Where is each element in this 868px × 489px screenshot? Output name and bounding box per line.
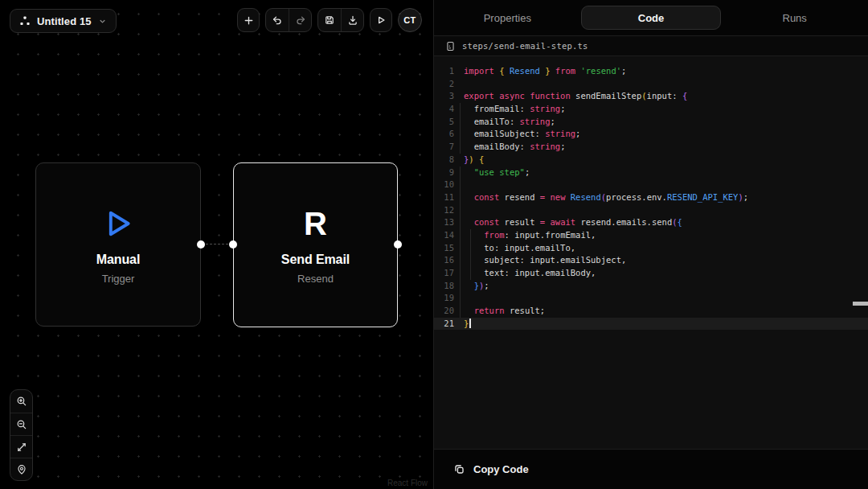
code-line[interactable]: 6 emailSubject: string; (434, 128, 868, 141)
resend-logo-icon: R (304, 205, 327, 242)
line-content: emailTo: string; (460, 116, 868, 129)
line-content: from: input.fromEmail, (460, 229, 868, 242)
edge-manual-to-send-email[interactable] (206, 244, 228, 244)
code-line[interactable]: 17 text: input.emailBody, (434, 267, 868, 280)
panel-tabs: Properties Code Runs (434, 0, 868, 35)
code-line[interactable]: 20 return result; (434, 305, 868, 318)
redo-icon (295, 14, 306, 26)
line-number: 15 (434, 242, 460, 255)
line-content: export async function sendEmailStep(inpu… (460, 90, 868, 103)
copy-code-label: Copy Code (473, 463, 529, 475)
line-number: 17 (434, 267, 460, 280)
handle-send-email-source[interactable] (394, 240, 402, 249)
node-manual-trigger[interactable]: Manual Trigger (35, 162, 201, 327)
user-avatar[interactable]: CT (398, 8, 422, 32)
indent-guide (460, 103, 461, 116)
code-line[interactable]: 12 (434, 204, 868, 217)
code-line[interactable]: 21} (434, 318, 868, 331)
indent-guide (460, 141, 461, 154)
line-number: 12 (434, 204, 460, 217)
indent-guide (470, 242, 471, 255)
tab-properties[interactable]: Properties (437, 6, 578, 30)
indent-guide (460, 116, 461, 129)
line-number: 11 (434, 191, 460, 204)
copy-icon (453, 463, 465, 475)
line-content (460, 204, 868, 217)
line-number: 10 (434, 179, 460, 191)
run-workflow-button[interactable] (370, 8, 392, 32)
tab-runs[interactable]: Runs (724, 6, 865, 30)
plus-icon (243, 14, 255, 27)
zoom-in-icon (16, 396, 27, 407)
line-number: 19 (434, 292, 460, 305)
line-number: 6 (434, 128, 460, 141)
code-line[interactable]: 5 emailTo: string; (434, 116, 868, 129)
indent-guide (460, 280, 461, 293)
add-node-button[interactable] (237, 8, 260, 32)
code-line[interactable]: 9 "use step"; (434, 166, 868, 179)
code-line[interactable]: 18 }); (434, 280, 868, 293)
code-line[interactable]: 7 emailBody: string; (434, 141, 868, 154)
line-content: subject: input.emailSubject, (460, 254, 868, 267)
code-line[interactable]: 3export async function sendEmailStep(inp… (434, 90, 868, 103)
copy-code-button[interactable]: Copy Code (453, 463, 529, 475)
file-icon (445, 41, 456, 51)
save-icon (324, 14, 335, 26)
code-line[interactable]: 14 from: input.fromEmail, (434, 229, 868, 242)
tab-code[interactable]: Code (581, 6, 722, 30)
code-line[interactable]: 15 to: input.emailTo, (434, 242, 868, 255)
download-icon (347, 14, 358, 26)
zoom-in-button[interactable] (10, 390, 32, 413)
chevron-down-icon (98, 17, 107, 26)
code-line[interactable]: 11 const resend = new Resend(process.env… (434, 191, 868, 204)
workflow-name-button[interactable]: Untitled 15 (10, 9, 117, 33)
line-content: emailBody: string; (460, 141, 868, 154)
fit-view-icon (16, 442, 27, 453)
code-line[interactable]: 2 (434, 78, 868, 91)
line-content: text: input.emailBody, (460, 267, 868, 280)
line-content: emailSubject: string; (460, 128, 868, 141)
file-path: steps/send-email-step.ts (462, 41, 588, 51)
handle-manual-source[interactable] (197, 240, 205, 249)
line-content: }) { (460, 154, 868, 166)
react-flow-attribution[interactable]: React Flow (387, 479, 428, 487)
line-content (460, 179, 868, 191)
redo-button[interactable] (289, 9, 311, 31)
undo-button[interactable] (266, 9, 289, 31)
workflow-canvas[interactable]: Untitled 15 (0, 0, 434, 489)
line-number: 5 (434, 116, 460, 129)
line-number: 18 (434, 280, 460, 293)
line-content: return result; (460, 305, 868, 318)
code-line[interactable]: 16 subject: input.emailSubject, (434, 254, 868, 267)
code-line[interactable]: 8}) { (434, 154, 868, 166)
indent-guide (460, 292, 461, 305)
code-editor[interactable]: 1import { Resend } from 'resend';23expor… (434, 56, 868, 449)
zoom-out-button[interactable] (10, 413, 32, 435)
indent-guide (460, 166, 461, 179)
line-content (460, 78, 868, 91)
node-send-email[interactable]: R Send Email Resend (233, 162, 398, 327)
indent-guide (470, 229, 471, 242)
save-button[interactable] (318, 9, 341, 31)
code-line[interactable]: 13 const result = await resend.emails.se… (434, 216, 868, 229)
line-content: import { Resend } from 'resend'; (460, 65, 868, 78)
code-line[interactable]: 4 fromEmail: string; (434, 103, 868, 116)
text-cursor (469, 318, 471, 328)
line-number: 20 (434, 305, 460, 318)
locate-button[interactable] (10, 458, 32, 480)
workflow-name-label: Untitled 15 (37, 15, 92, 27)
undo-icon (272, 14, 283, 26)
code-line[interactable]: 1import { Resend } from 'resend'; (434, 65, 868, 78)
handle-send-email-target[interactable] (229, 240, 237, 249)
fit-view-button[interactable] (10, 435, 32, 458)
download-button[interactable] (341, 9, 363, 31)
line-content: to: input.emailTo, (460, 242, 868, 255)
code-line[interactable]: 10 (434, 179, 868, 191)
line-content: const result = await resend.emails.send(… (460, 216, 868, 229)
copy-code-bar: Copy Code (434, 449, 868, 489)
line-content: "use step"; (460, 166, 868, 179)
location-pin-icon (16, 464, 27, 475)
code-line[interactable]: 19 (434, 292, 868, 305)
indent-guide (460, 191, 461, 204)
line-content (460, 292, 868, 305)
